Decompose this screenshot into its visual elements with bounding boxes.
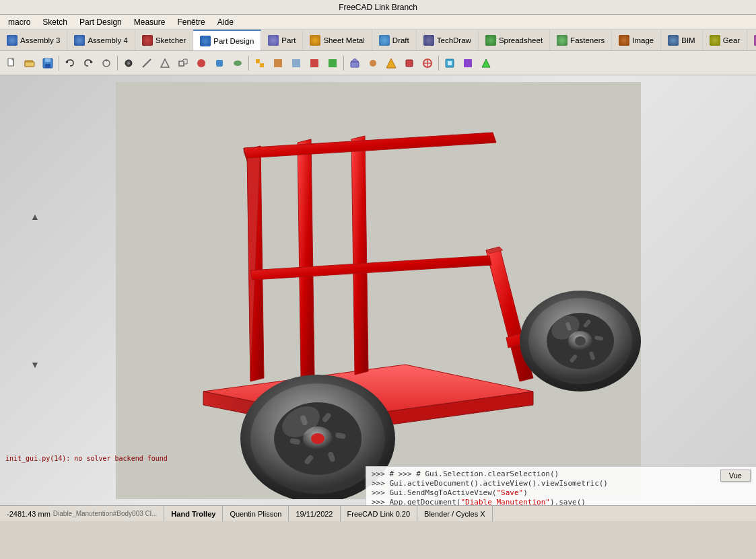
menu-measure[interactable]: Measure [129, 16, 171, 28]
toolbar-open[interactable] [21, 54, 38, 72]
svg-rect-29 [329, 59, 337, 67]
status-author: Quentin Plisson [223, 506, 289, 521]
status-version: FreeCAD Link 0.20 [341, 506, 418, 521]
wb-tab-label-image: Image [632, 36, 654, 44]
wb-tab-icon-techdraw [423, 35, 434, 46]
wb-tab-draft[interactable]: Draft [372, 30, 417, 50]
wb-tab-asm4[interactable]: Assembly 4 [67, 30, 135, 50]
wb-tab-icon-gear [710, 35, 720, 46]
wb-tab-icon-partdesign [200, 36, 211, 46]
wb-tab-fasteners[interactable]: Fasteners [550, 30, 612, 50]
toolbar-redo[interactable] [79, 54, 97, 72]
nav-vertical: ▲ ▼ [30, 211, 40, 370]
wb-tab-label-part: Part [281, 36, 296, 44]
toolbar-b2[interactable] [138, 54, 156, 72]
svg-rect-16 [179, 61, 184, 66]
toolbar-d1[interactable] [346, 54, 364, 72]
svg-point-61 [311, 433, 324, 444]
wb-tab-asm3[interactable]: Assembly 3 [0, 30, 67, 50]
toolbar-refresh[interactable] [98, 54, 115, 72]
svg-marker-33 [386, 59, 396, 68]
status-bar: -2481.43 mm Diable_Manutention#Body003 C… [0, 505, 756, 521]
toolbar-e3[interactable] [477, 54, 495, 72]
console-panel: >>> # >>> # Gui.Selection.clearSelection… [366, 466, 756, 505]
wb-tab-image[interactable]: Image [612, 30, 661, 50]
viewport[interactable]: ▲ ▼ init_gui.py(14): no solver backend f… [0, 75, 756, 505]
scroll-down-arrow[interactable]: ▼ [30, 359, 40, 370]
svg-marker-49 [351, 136, 368, 375]
menu-bar: macro Sketch Part Design Measure Fenêtre… [0, 15, 756, 30]
svg-point-21 [197, 59, 205, 67]
toolbar-d3[interactable] [382, 54, 400, 72]
wb-tab-label-spreadsheet: Spreadsheet [499, 36, 543, 44]
menu-macro[interactable]: macro [3, 16, 36, 28]
wb-tab-label-sheetmetal: Sheet Metal [323, 36, 364, 44]
svg-line-14 [143, 59, 151, 67]
svg-marker-41 [482, 59, 490, 67]
toolbar-new[interactable] [3, 54, 20, 72]
wb-tab-gear[interactable]: Gear [703, 30, 748, 50]
workbench-tabs: Assembly 3Assembly 4SketcherPart DesignP… [0, 30, 756, 51]
toolbar-b5[interactable] [193, 54, 210, 72]
toolbar-b6[interactable] [211, 54, 228, 72]
status-date: 19/11/2022 [289, 506, 340, 521]
debug-line: init_gui.py(14): no solver backend found [3, 453, 170, 463]
wb-tab-sketcher[interactable]: Sketcher [135, 30, 193, 50]
toolbar-save[interactable] [39, 54, 57, 72]
wb-tab-icon-part [268, 35, 279, 46]
toolbar-undo[interactable] [61, 54, 79, 72]
vue-button[interactable]: Vue [720, 470, 751, 482]
toolbar-b7[interactable] [229, 54, 246, 72]
toolbar-b4[interactable] [174, 54, 192, 72]
wb-tab-part[interactable]: Part [261, 30, 303, 50]
svg-rect-39 [448, 61, 452, 65]
main-area: ▲ ▼ init_gui.py(14): no solver backend f… [0, 75, 756, 505]
status-renderer: Blender / Cycles X [417, 506, 492, 521]
wb-tab-partdesign[interactable]: Part Design [193, 30, 261, 50]
toolbar-d2[interactable] [364, 54, 382, 72]
wb-tab-techdraw[interactable]: TechDraw [417, 30, 479, 50]
toolbar-d4[interactable] [401, 54, 418, 72]
console-line-3: >>> Gui.SendMsgToActiveView("Save") [372, 488, 608, 498]
wb-tab-curves[interactable]: Curves [747, 30, 756, 50]
wb-tab-icon-bim [668, 35, 679, 46]
svg-point-32 [370, 60, 376, 67]
wb-tab-label-techdraw: TechDraw [437, 36, 471, 44]
menu-sketch[interactable]: Sketch [37, 16, 73, 28]
toolbar-c2[interactable] [269, 54, 287, 72]
toolbar-c5[interactable] [324, 54, 341, 72]
wb-tab-label-bim: BIM [681, 36, 695, 44]
svg-marker-48 [298, 139, 314, 378]
scroll-up-arrow[interactable]: ▲ [30, 211, 40, 222]
wb-tab-bim[interactable]: BIM [661, 30, 702, 50]
svg-point-13 [127, 62, 130, 65]
toolbar-d5[interactable] [419, 54, 436, 72]
svg-rect-4 [25, 62, 34, 67]
toolbar-e2[interactable] [459, 54, 477, 72]
status-project: Hand Trolley [164, 506, 223, 521]
menu-aide[interactable]: Aide [212, 16, 239, 28]
menu-fenetre[interactable]: Fenêtre [172, 16, 210, 28]
svg-rect-26 [274, 59, 282, 67]
toolbar-sep-2 [117, 56, 118, 71]
wb-tab-label-fasteners: Fasteners [570, 36, 605, 44]
toolbar-c1[interactable] [251, 54, 269, 72]
toolbar-b1[interactable] [120, 54, 137, 72]
toolbar-c3[interactable] [287, 54, 305, 72]
toolbar-c4[interactable] [306, 54, 323, 72]
wb-tab-spreadsheet[interactable]: Spreadsheet [479, 30, 550, 50]
toolbar-b3[interactable] [156, 54, 174, 72]
toolbar-sep-3 [248, 56, 249, 71]
toolbar-sep-1 [59, 56, 59, 71]
console-line-2: >>> Gui.activeDocument().activeView().vi… [372, 479, 608, 488]
wb-tab-sheetmetal[interactable]: Sheet Metal [303, 30, 372, 50]
menu-partdesign[interactable]: Part Design [74, 16, 127, 28]
console-line-1: >>> # >>> # Gui.Selection.clearSelection… [372, 470, 608, 479]
app-title: FreeCAD Link Branch [339, 3, 417, 12]
console-output: >>> # >>> # Gui.Selection.clearSelection… [372, 470, 608, 505]
wb-tab-label-partdesign: Part Design [213, 37, 254, 45]
toolbar-e1[interactable] [441, 54, 458, 72]
wb-tab-icon-draft [379, 35, 390, 46]
wb-tab-label-draft: Draft [392, 36, 409, 44]
svg-rect-22 [216, 60, 223, 67]
